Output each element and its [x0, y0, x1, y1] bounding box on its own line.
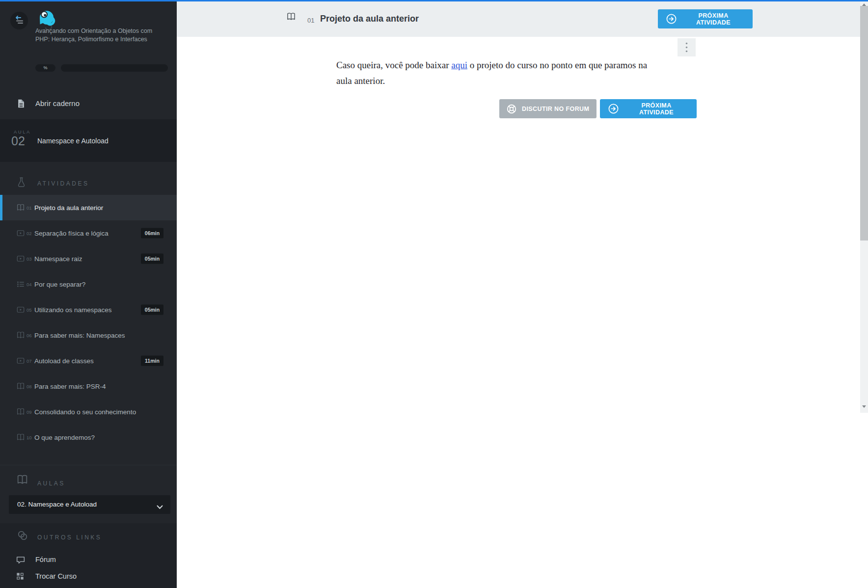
- scrollbar-down-arrow-icon[interactable]: [862, 405, 866, 408]
- open-notebook-item[interactable]: Abrir caderno: [0, 92, 177, 115]
- course-title: Avançando com Orientação a Objetos com P…: [35, 27, 157, 44]
- activity-item-10[interactable]: 10 O que aprendemos?: [0, 425, 177, 450]
- active-item-accent: [0, 195, 2, 220]
- activities-section-header: ATIVIDADES: [0, 176, 177, 195]
- activity-number: 04: [27, 282, 32, 287]
- activity-duration-badge: 11min: [141, 356, 163, 366]
- sidebar: Avançando com Orientação a Objetos com P…: [0, 0, 177, 588]
- document-icon: [16, 98, 26, 109]
- scrollbar[interactable]: [860, 1, 868, 413]
- lesson-name: Namespace e Autoload: [37, 137, 108, 145]
- activity-number: 03: [27, 256, 32, 262]
- video-icon: [16, 356, 25, 365]
- activity-number: 08: [27, 384, 32, 389]
- content-actions: DISCUTIR NO FORUM PRÓXIMA ATIVIDADE: [499, 99, 697, 118]
- sidebar-item-trocar-curso[interactable]: Trocar Curso: [0, 569, 177, 585]
- discuss-forum-button[interactable]: DISCUTIR NO FORUM: [499, 99, 597, 118]
- activity-label: Separação física e lógica: [34, 230, 108, 237]
- book-open-icon: [286, 12, 296, 24]
- activity-label: Autoload de classes: [34, 357, 94, 365]
- activity-item-09[interactable]: 09 Consolidando o seu conhecimento: [0, 399, 177, 425]
- top-accent-line: [0, 0, 868, 1]
- activity-item-07[interactable]: 07 Autoload de classes 11min: [0, 348, 177, 374]
- activity-label: Namespace raiz: [34, 255, 82, 263]
- grid-icon: [15, 571, 25, 581]
- header-activity-number: 01: [307, 17, 314, 24]
- discuss-forum-label: DISCUTIR NO FORUM: [522, 106, 589, 112]
- activity-label: Por que separar?: [34, 281, 85, 288]
- collapse-sidebar-button[interactable]: [10, 12, 28, 29]
- next-activity-button-top[interactable]: PRÓXIMA ATIVIDADE: [658, 9, 753, 28]
- activity-number: 07: [27, 358, 32, 364]
- activity-number: 09: [27, 409, 32, 415]
- activity-item-05[interactable]: 05 Utilizando os namespaces 05min: [0, 297, 177, 322]
- activity-item-06[interactable]: 06 Para saber mais: Namespaces: [0, 322, 177, 348]
- activity-number: 06: [27, 333, 32, 338]
- activity-item-01[interactable]: 01 Projeto da aula anterior: [0, 195, 177, 220]
- outros-links-label: OUTROS LINKS: [37, 534, 102, 541]
- aulas-section-header: AULAS: [0, 465, 177, 496]
- activity-header: 01 Projeto da aula anterior PRÓXIMA ATIV…: [177, 1, 860, 37]
- video-icon: [16, 229, 25, 238]
- activity-label: Consolidando o seu conhecimento: [34, 408, 136, 416]
- sidebar-item-label: Fórum: [35, 556, 56, 563]
- book-open-icon: [16, 331, 25, 340]
- aulas-section-label: AULAS: [37, 480, 65, 487]
- activity-number: 10: [27, 435, 32, 440]
- book-open-icon: [16, 433, 25, 442]
- activity-duration-badge: 06min: [141, 228, 163, 239]
- content-text-before: Caso queira, você pode baixar: [336, 60, 451, 70]
- activity-number: 05: [27, 307, 32, 313]
- video-icon: [16, 254, 25, 263]
- activity-label: Projeto da aula anterior: [34, 204, 103, 212]
- activity-item-03[interactable]: 03 Namespace raiz 05min: [0, 246, 177, 271]
- activity-number: 02: [27, 231, 32, 236]
- book-open-icon: [16, 203, 25, 212]
- arrow-right-circle-icon: [608, 103, 619, 114]
- collapse-sidebar-icon: [13, 14, 26, 28]
- chevron-down-icon: [157, 503, 163, 511]
- activity-label: Utilizando os namespaces: [34, 306, 112, 314]
- video-icon: [16, 305, 25, 314]
- sidebar-item-label: Trocar Curso: [35, 572, 77, 580]
- content-paragraph: Caso queira, você pode baixar aqui o pro…: [336, 57, 654, 88]
- activity-item-02[interactable]: 02 Separação física e lógica 06min: [0, 220, 177, 246]
- next-activity-label: PRÓXIMA ATIVIDADE: [682, 12, 745, 26]
- course-page: Avançando com Orientação a Objetos com P…: [0, 0, 868, 588]
- flask-icon: [16, 176, 27, 190]
- kebab-icon: [685, 42, 688, 53]
- activity-label: Para saber mais: PSR-4: [34, 383, 106, 390]
- life-buoy-icon: [506, 104, 517, 114]
- book-icon: [16, 474, 28, 488]
- activities-section-label: ATIVIDADES: [37, 180, 89, 187]
- scrollbar-thumb[interactable]: [860, 6, 868, 241]
- more-options-button[interactable]: [678, 38, 696, 56]
- lesson-badge: AULA 02 Namespace e Autoload: [0, 119, 177, 162]
- list-icon: [16, 280, 25, 289]
- activities-list: 01 Projeto da aula anterior 02 Separação…: [0, 195, 177, 450]
- link-chain-icon: [16, 529, 29, 544]
- open-notebook-label: Abrir caderno: [35, 99, 80, 107]
- activity-item-08[interactable]: 08 Para saber mais: PSR-4: [0, 374, 177, 399]
- lesson-select-value: 02. Namespace e Autoload: [17, 495, 97, 514]
- next-activity-label: PRÓXIMA ATIVIDADE: [624, 102, 689, 116]
- progress-bar: [61, 64, 168, 72]
- next-activity-button[interactable]: PRÓXIMA ATIVIDADE: [600, 99, 697, 118]
- activity-number: 01: [27, 205, 32, 211]
- lesson-number: 02: [11, 134, 25, 148]
- book-open-icon: [16, 407, 25, 416]
- lesson-select[interactable]: 02. Namespace e Autoload: [9, 495, 170, 514]
- sidebar-item-forum[interactable]: Fórum: [0, 553, 177, 568]
- arrow-right-circle-icon: [666, 13, 677, 25]
- book-open-icon: [16, 382, 25, 391]
- activity-item-04[interactable]: 04 Por que separar?: [0, 271, 177, 297]
- page-title: Projeto da aula anterior: [320, 14, 419, 24]
- chat-icon: [15, 555, 26, 565]
- activity-label: Para saber mais: Namespaces: [34, 332, 125, 339]
- activity-duration-badge: 05min: [141, 254, 163, 264]
- activity-duration-badge: 05min: [141, 305, 163, 315]
- progress-percent-badge: %: [35, 64, 55, 72]
- activity-label: O que aprendemos?: [34, 434, 95, 441]
- download-link[interactable]: aqui: [451, 60, 467, 70]
